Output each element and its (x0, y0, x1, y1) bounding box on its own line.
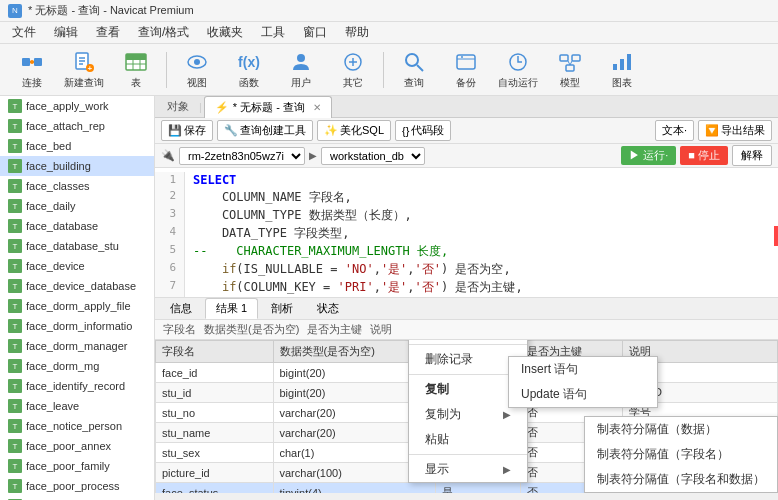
table-icon-9: T (8, 279, 22, 293)
type-col-header: 数据类型(是否为空) (204, 322, 299, 337)
result-tab-profile[interactable]: 剖析 (260, 298, 304, 319)
function-button[interactable]: f(x) 函数 (225, 47, 273, 93)
table-button[interactable]: 表 (112, 47, 160, 93)
tab-label: * 无标题 - 查询 (233, 100, 305, 115)
svg-rect-11 (126, 54, 146, 60)
tab-object[interactable]: 对象 (159, 97, 197, 116)
sidebar-item-14[interactable]: Tface_identify_record (0, 376, 154, 396)
autorun-button[interactable]: 自动运行 (494, 47, 542, 93)
export-icon: 🔽 (705, 124, 719, 137)
svg-line-22 (417, 65, 423, 71)
sidebar-item-3[interactable]: Tface_building (0, 156, 154, 176)
save-button[interactable]: 💾 保存 (161, 120, 213, 141)
export-results-button[interactable]: 🔽 导出结果 (698, 120, 772, 141)
sidebar-item-7[interactable]: Tface_database_stu (0, 236, 154, 256)
sidebar-item-9[interactable]: Tface_device_database (0, 276, 154, 296)
cell-field: face_status (156, 483, 274, 494)
run-icon: ▶ 运行· (629, 149, 668, 161)
sidebar-item-1[interactable]: Tface_attach_rep (0, 116, 154, 136)
ctx-paste[interactable]: 粘贴 (409, 427, 527, 452)
sql-line-1: 1 SELECT (155, 172, 778, 188)
result-tab-info[interactable]: 信息 (159, 298, 203, 319)
ctx-set-null[interactable]: 设置为 NULL (409, 340, 527, 342)
text-label: 文本· (662, 123, 687, 138)
table-label: 表 (131, 76, 141, 90)
text-mode-button[interactable]: 文本· (655, 120, 694, 141)
sidebar-item-13[interactable]: Tface_dorm_mg (0, 356, 154, 376)
sub-tab-sep-both[interactable]: 制表符分隔值（字段名和数据） (585, 467, 777, 492)
snippet-button[interactable]: {} 代码段 (395, 120, 451, 141)
menu-query-format[interactable]: 查询/格式 (130, 22, 197, 43)
sidebar-item-6[interactable]: Tface_database (0, 216, 154, 236)
stop-button[interactable]: ■ 停止 (680, 146, 728, 165)
explain-button[interactable]: 解释 (732, 145, 772, 166)
sidebar-item-20[interactable]: Tface_post_apply (0, 496, 154, 500)
menu-edit[interactable]: 编辑 (46, 22, 86, 43)
content-area: 对象 | ⚡ * 无标题 - 查询 ✕ 💾 保存 🔧 查询创建工具 ✨ 美化SQ… (155, 96, 778, 500)
result-tab-1[interactable]: 结果 1 (205, 298, 258, 319)
other-button[interactable]: 其它 (329, 47, 377, 93)
new-query-button[interactable]: + 新建查询 (60, 47, 108, 93)
chart-button[interactable]: 图表 (598, 47, 646, 93)
sub-insert-stmt[interactable]: Insert 语句 (509, 357, 657, 382)
table-icon-3: T (8, 159, 22, 173)
sidebar-item-12[interactable]: Tface_dorm_manager (0, 336, 154, 356)
connect-button[interactable]: 连接 (8, 47, 56, 93)
sidebar-item-19[interactable]: Tface_poor_process (0, 476, 154, 496)
sub-tab-sep-data[interactable]: 制表符分隔值（数据） (585, 417, 777, 442)
menu-window[interactable]: 窗口 (295, 22, 335, 43)
sidebar-item-8[interactable]: Tface_device (0, 256, 154, 276)
model-button[interactable]: 模型 (546, 47, 594, 93)
connection-bar: 🔌 rm-2zetn83n05wz7i ▶ workstation_db ▶ 运… (155, 144, 778, 168)
backup-button[interactable]: 备份 (442, 47, 490, 93)
menu-favorites[interactable]: 收藏夹 (199, 22, 251, 43)
user-icon (289, 50, 313, 74)
beautify-sql-button[interactable]: ✨ 美化SQL (317, 120, 391, 141)
table-icon-10: T (8, 299, 22, 313)
menu-tools[interactable]: 工具 (253, 22, 293, 43)
menu-view[interactable]: 查看 (88, 22, 128, 43)
sidebar-item-0[interactable]: Tface_apply_work (0, 96, 154, 116)
connection-select[interactable]: rm-2zetn83n05wz7i (179, 147, 305, 165)
sidebar-item-16[interactable]: Tface_notice_person (0, 416, 154, 436)
sidebar-item-15[interactable]: Tface_leave (0, 396, 154, 416)
sub-tab-sep-field[interactable]: 制表符分隔值（字段名） (585, 442, 777, 467)
menu-bar: 文件 编辑 查看 查询/格式 收藏夹 工具 窗口 帮助 (0, 22, 778, 44)
sidebar-item-10[interactable]: Tface_dorm_apply_file (0, 296, 154, 316)
menu-file[interactable]: 文件 (4, 22, 44, 43)
query-builder-button[interactable]: 🔧 查询创建工具 (217, 120, 313, 141)
sidebar-item-18[interactable]: Tface_poor_family (0, 456, 154, 476)
user-label: 用户 (291, 76, 311, 90)
sidebar-item-2[interactable]: Tface_bed (0, 136, 154, 156)
view-button[interactable]: 视图 (173, 47, 221, 93)
sql-editor[interactable]: 1 SELECT 2 COLUMN_NAME 字段名, 3 COLUMN_TYP… (155, 168, 778, 298)
table-icon-7: T (8, 239, 22, 253)
table-icon-18: T (8, 459, 22, 473)
main-layout: Tface_apply_work Tface_attach_rep Tface_… (0, 96, 778, 500)
run-button[interactable]: ▶ 运行· (621, 146, 676, 165)
sidebar-item-4[interactable]: Tface_classes (0, 176, 154, 196)
tab-close-button[interactable]: ✕ (313, 102, 321, 113)
arrow-icon: ▶ (309, 150, 317, 161)
table-icon-17: T (8, 439, 22, 453)
result-tab-status[interactable]: 状态 (306, 298, 350, 319)
sub-update-stmt[interactable]: Update 语句 (509, 382, 657, 407)
ctx-display[interactable]: 显示 ▶ (409, 457, 527, 482)
sidebar-item-17[interactable]: Tface_poor_annex (0, 436, 154, 456)
copy-as-arrow: ▶ (503, 409, 511, 420)
menu-help[interactable]: 帮助 (337, 22, 377, 43)
conn-icon: 🔌 (161, 149, 175, 162)
autorun-label: 自动运行 (498, 76, 538, 90)
main-toolbar: 连接 + 新建查询 表 视图 f(x) 函数 用户 其它 (0, 44, 778, 96)
query-tab[interactable]: ⚡ * 无标题 - 查询 ✕ (204, 96, 332, 119)
cell-field: stu_name (156, 423, 274, 443)
user-button[interactable]: 用户 (277, 47, 325, 93)
result-panel: 信息 结果 1 剖析 状态 字段名 数据类型(是否为空) 是否为主键 说明 (155, 298, 778, 493)
svg-rect-27 (560, 55, 568, 61)
database-select[interactable]: workstation_db (321, 147, 425, 165)
query-button[interactable]: 查询 (390, 47, 438, 93)
sidebar-item-5[interactable]: Tface_daily (0, 196, 154, 216)
sidebar-item-11[interactable]: Tface_dorm_informatio (0, 316, 154, 336)
table-icon-15: T (8, 399, 22, 413)
svg-rect-1 (34, 58, 42, 66)
